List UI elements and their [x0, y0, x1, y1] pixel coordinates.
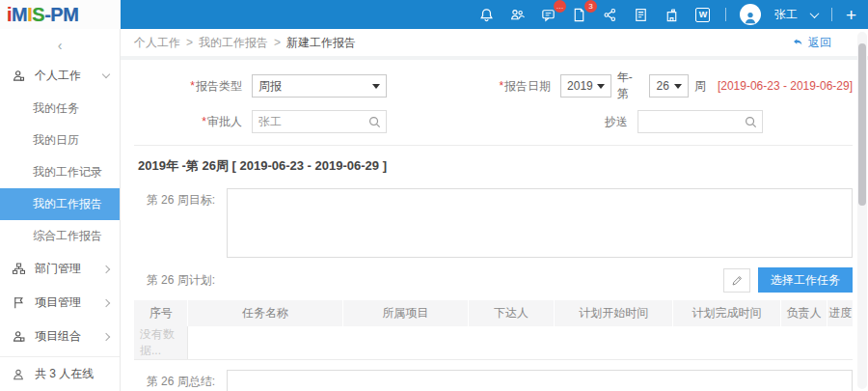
caret-down-icon: [674, 84, 682, 89]
top-bar: i M I S -PM … 3: [0, 0, 868, 29]
logo-letter: -PM: [44, 4, 78, 26]
chevron-right-icon: [102, 332, 110, 340]
file-badge: 3: [584, 0, 597, 13]
header-divider: [831, 8, 832, 21]
logo-letter: M: [12, 4, 27, 26]
chevron-down-icon[interactable]: [809, 9, 819, 18]
week-section-title: 2019年 -第 26周 [ 2019-06-23 - 2019-06-29 ]: [138, 157, 853, 175]
sidebar-item-combined-report[interactable]: 综合工作报告: [0, 220, 120, 252]
pencil-icon: [731, 274, 744, 287]
table-empty-row: 没有数据...: [134, 326, 853, 360]
avatar[interactable]: [740, 4, 761, 25]
user-icon: [12, 69, 26, 83]
approver-label: *审批人: [134, 114, 242, 130]
bell-icon[interactable]: [478, 6, 496, 23]
report-type-label: *报告类型: [134, 78, 242, 95]
col-progress: 进度: [827, 300, 853, 326]
required-mark: *: [202, 115, 206, 128]
search-icon[interactable]: [744, 115, 758, 129]
no-data-label: 没有数据...: [134, 326, 188, 360]
week-summary-textarea[interactable]: [227, 370, 853, 391]
logo-letter: S: [32, 4, 44, 26]
online-user-icon: [12, 368, 25, 381]
back-arrow-icon: [792, 37, 804, 49]
required-mark: *: [190, 79, 195, 93]
cc-search-box: [637, 110, 763, 133]
date-range-label: [2019-06-23 - 2019-06-29]: [718, 79, 853, 93]
word-doc-icon[interactable]: W: [694, 6, 712, 23]
select-task-button[interactable]: 选择工作任务: [758, 267, 853, 293]
breadcrumb-separator: >: [186, 36, 193, 49]
report-form-panel: *报告类型 周报 *报告日期 2019 年- 第: [121, 60, 868, 391]
week-plan-label: 第 26 周计划:: [134, 272, 215, 289]
sidebar-group-project-portfolio[interactable]: 项目组合: [0, 320, 120, 353]
col-project: 所属项目: [342, 300, 468, 326]
week-suffix-label: 周: [694, 78, 706, 95]
online-users-status: 共 3 人在线: [0, 356, 120, 391]
app-window: i M I S -PM … 3: [0, 0, 868, 391]
section-divider: [134, 145, 853, 146]
caret-down-icon: [597, 84, 605, 89]
week-goal-label: 第 26 周目标:: [134, 188, 215, 258]
main-content: 个人工作 > 我的工作报告 > 新建工作报告 返回 *报告类型 周报: [121, 29, 868, 391]
approver-field: *审批人: [134, 110, 558, 133]
breadcrumb: 个人工作 > 我的工作报告 > 新建工作报告 返回: [121, 29, 868, 60]
team-icon[interactable]: [509, 6, 527, 23]
report-date-controls: 2019 年- 第 26 周 [2019-06-23 - 2019-06-29]: [560, 70, 853, 102]
breadcrumb-item[interactable]: 个人工作: [134, 35, 180, 51]
chat-icon[interactable]: …: [540, 6, 557, 23]
scrollbar-thumb[interactable]: [858, 43, 866, 206]
caret-down-icon: [372, 84, 380, 89]
report-date-field: *报告日期 2019 年- 第 26 周 [2019-06-23 - 2019-…: [484, 70, 853, 102]
portfolio-person-icon: [12, 329, 26, 344]
year-select[interactable]: 2019: [560, 74, 611, 98]
sidebar-group-project-mgmt[interactable]: 项目管理: [0, 286, 120, 320]
sidebar-item-my-calendar[interactable]: 我的日历: [0, 125, 120, 156]
sidebar-group-personal-work[interactable]: 个人工作: [0, 59, 120, 93]
sidebar-group-label: 部门管理: [35, 261, 103, 277]
week-summary-label: 第 26 周总结:: [134, 370, 215, 391]
col-task-name: 任务名称: [188, 300, 342, 326]
add-button[interactable]: +: [846, 6, 856, 24]
chevron-down-icon: [102, 70, 110, 78]
col-plan-finish: 计划完成时间: [673, 300, 781, 326]
word-doc-glyph: W: [695, 8, 710, 22]
document-icon[interactable]: [633, 6, 650, 23]
sidebar-group-label: 项目组合: [35, 328, 103, 345]
col-owner: 负责人: [780, 300, 827, 326]
report-type-select[interactable]: 周报: [252, 74, 387, 98]
cc-label: 抄送: [558, 114, 628, 130]
vertical-scrollbar[interactable]: [857, 32, 867, 389]
edit-plan-button[interactable]: [723, 268, 750, 293]
col-plan-start: 计划开始时间: [555, 300, 673, 326]
week-goal-textarea[interactable]: [227, 188, 853, 258]
sidebar-group-label: 个人工作: [35, 68, 103, 84]
breadcrumb-current: 新建工作报告: [286, 35, 356, 51]
week-value: 26: [656, 79, 668, 93]
file-icon[interactable]: 3: [571, 6, 588, 23]
cc-field: 抄送: [558, 110, 763, 133]
org-chart-icon: [12, 262, 26, 276]
sidebar-item-my-tasks[interactable]: 我的任务: [0, 93, 120, 125]
form-row-2: *审批人 抄送: [134, 110, 853, 133]
sidebar-collapse-button[interactable]: ‹: [0, 29, 120, 59]
user-name[interactable]: 张工: [774, 7, 798, 23]
sidebar-item-my-work-log[interactable]: 我的工作记录: [0, 156, 120, 188]
breadcrumb-item[interactable]: 我的工作报告: [199, 35, 268, 51]
share-icon[interactable]: [602, 6, 619, 23]
building-icon[interactable]: [664, 6, 681, 23]
header-toolbar: … 3 W 张工 +: [478, 4, 868, 25]
sidebar: ‹ 个人工作 我的任务 我的日历 我的工作记录 我的工作报告 综合工作报告 部门…: [0, 29, 121, 391]
app-logo: i M I S -PM: [0, 0, 121, 29]
search-icon[interactable]: [367, 115, 382, 129]
approver-input[interactable]: [253, 111, 386, 132]
sidebar-group-department-mgmt[interactable]: 部门管理: [0, 252, 120, 286]
chat-badge: …: [554, 0, 566, 13]
week-select[interactable]: 26: [649, 74, 688, 98]
year-suffix-label: 年- 第: [617, 70, 644, 102]
col-assigner: 下达人: [468, 300, 554, 326]
header-divider: [725, 8, 726, 21]
chevron-right-icon: [102, 298, 110, 306]
back-button[interactable]: 返回: [792, 35, 831, 51]
sidebar-item-my-work-report[interactable]: 我的工作报告: [0, 188, 120, 220]
